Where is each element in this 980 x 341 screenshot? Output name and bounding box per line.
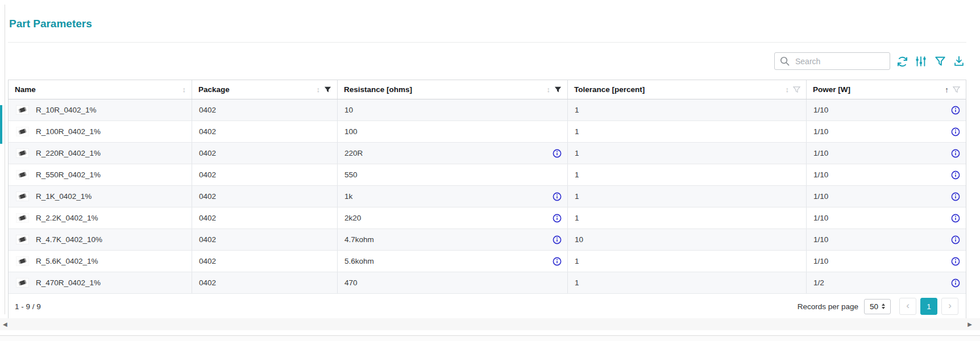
info-icon[interactable] bbox=[553, 149, 562, 158]
filter-funnel-icon[interactable] bbox=[324, 86, 331, 93]
info-icon[interactable] bbox=[951, 214, 960, 223]
power-value: 1/10 bbox=[813, 149, 828, 157]
info-icon[interactable] bbox=[553, 235, 562, 244]
sort-icon[interactable]: ↕ bbox=[317, 86, 321, 93]
package-cell: 0402 bbox=[192, 272, 338, 293]
table-row[interactable]: R_220R_0402_1% 0402 220R 1 1/10 bbox=[9, 143, 966, 164]
filter-funnel-icon[interactable] bbox=[554, 86, 562, 93]
table-row[interactable]: R_1K_0402_1% 0402 1k 1 1/10 bbox=[9, 186, 966, 207]
info-icon[interactable] bbox=[951, 106, 960, 115]
resistance-value: 2k20 bbox=[344, 214, 361, 222]
power-cell: 1/10 bbox=[807, 121, 966, 142]
power-value: 1/10 bbox=[813, 170, 828, 179]
column-header-package[interactable]: Package ↕ bbox=[192, 80, 338, 99]
table-row[interactable]: R_2.2K_0402_1% 0402 2k20 1 1/10 bbox=[9, 207, 966, 229]
table-panel: Name ↕ Package ↕ Resistance [ohms] ↕ bbox=[8, 80, 966, 319]
table-row[interactable]: R_5.6K_0402_1% 0402 5.6kohm 1 1/10 bbox=[9, 251, 966, 272]
filter-funnel-icon[interactable] bbox=[953, 86, 960, 93]
part-parameters-page: Part Parameters bbox=[0, 0, 980, 341]
tolerance-cell: 1 bbox=[568, 143, 807, 164]
table-row[interactable]: R_4.7K_0402_10% 0402 4.7kohm 10 1/10 bbox=[9, 229, 966, 251]
resistance-value: 220R bbox=[344, 149, 363, 157]
info-icon[interactable] bbox=[951, 257, 960, 266]
records-per-page-select[interactable]: 50 bbox=[864, 299, 891, 314]
part-thumbnail bbox=[16, 192, 28, 201]
column-label: Resistance [ohms] bbox=[344, 85, 412, 94]
column-settings-button[interactable] bbox=[913, 54, 928, 69]
tolerance-cell: 1 bbox=[568, 99, 807, 120]
package-cell: 0402 bbox=[192, 164, 338, 185]
sort-icon[interactable]: ↕ bbox=[786, 86, 790, 93]
tolerance-cell: 1 bbox=[568, 251, 807, 272]
sort-icon[interactable]: ↕ bbox=[547, 86, 551, 93]
column-label: Name bbox=[15, 85, 36, 94]
power-value: 1/10 bbox=[813, 106, 828, 114]
filter-button[interactable] bbox=[933, 54, 948, 69]
page-1-button[interactable]: 1 bbox=[920, 298, 937, 315]
resistance-value: 10 bbox=[344, 106, 353, 114]
resistor-chip-icon bbox=[18, 280, 26, 285]
download-icon bbox=[953, 55, 965, 68]
info-icon[interactable] bbox=[951, 278, 960, 288]
previous-page-button[interactable]: ‹ bbox=[899, 298, 916, 315]
resistance-value: 1k bbox=[344, 192, 352, 201]
search-input[interactable] bbox=[794, 56, 882, 66]
resistor-chip-icon bbox=[18, 236, 26, 242]
table-row[interactable]: R_10R_0402_1% 0402 10 1 1/10 bbox=[9, 99, 966, 121]
power-cell: 1/10 bbox=[807, 207, 966, 228]
scroll-right-arrow-icon[interactable]: ▶ bbox=[967, 318, 972, 330]
refresh-icon bbox=[896, 55, 909, 68]
power-cell: 1/10 bbox=[807, 99, 966, 120]
table-row[interactable]: R_470R_0402_1% 0402 470 1 1/2 bbox=[9, 272, 966, 294]
package-cell: 0402 bbox=[192, 121, 338, 142]
part-name: R_4.7K_0402_10% bbox=[36, 235, 102, 244]
info-icon[interactable] bbox=[951, 192, 960, 201]
column-header-name[interactable]: Name ↕ bbox=[9, 80, 192, 99]
tolerance-cell: 10 bbox=[568, 229, 807, 250]
sort-icon[interactable]: ↕ bbox=[182, 86, 186, 93]
column-header-power[interactable]: Power [W] ↑ bbox=[807, 80, 966, 99]
refresh-button[interactable] bbox=[895, 54, 910, 69]
column-header-resistance[interactable]: Resistance [ohms] ↕ bbox=[338, 80, 568, 99]
info-icon[interactable] bbox=[951, 127, 960, 136]
resistor-chip-icon bbox=[18, 193, 26, 199]
table-row[interactable]: R_550R_0402_1% 0402 550 1 1/10 bbox=[9, 164, 966, 186]
info-icon[interactable] bbox=[553, 192, 562, 201]
title-divider bbox=[8, 42, 966, 43]
info-icon[interactable] bbox=[553, 214, 562, 223]
horizontal-scrollbar[interactable]: ◀ ▶ bbox=[0, 318, 980, 330]
resistor-chip-icon bbox=[18, 128, 26, 134]
resistor-chip-icon bbox=[18, 107, 26, 113]
chevron-right-icon: › bbox=[948, 300, 952, 311]
resistance-cell: 100 bbox=[338, 121, 568, 142]
column-header-tolerance[interactable]: Tolerance [percent] ↕ bbox=[568, 80, 807, 99]
resistance-cell: 470 bbox=[338, 272, 568, 293]
info-icon[interactable] bbox=[553, 257, 562, 266]
part-thumbnail bbox=[16, 278, 28, 287]
search-box[interactable] bbox=[774, 52, 890, 70]
filter-funnel-icon[interactable] bbox=[793, 86, 800, 93]
resistor-chip-icon bbox=[18, 172, 26, 177]
package-cell: 0402 bbox=[192, 251, 338, 272]
download-button[interactable] bbox=[952, 54, 966, 69]
resistance-cell: 4.7kohm bbox=[338, 229, 568, 250]
table-header: Name ↕ Package ↕ Resistance [ohms] ↕ bbox=[9, 80, 966, 99]
table-row[interactable]: R_100R_0402_1% 0402 100 1 1/10 bbox=[9, 121, 966, 143]
resistance-cell: 5.6kohm bbox=[338, 251, 568, 272]
info-icon[interactable] bbox=[951, 149, 960, 158]
next-page-button[interactable]: › bbox=[941, 298, 958, 315]
part-name: R_100R_0402_1% bbox=[36, 127, 101, 136]
table-body: R_10R_0402_1% 0402 10 1 1/10 R_100R_0402… bbox=[9, 99, 966, 294]
left-accent-bar bbox=[0, 105, 2, 144]
power-value: 1/2 bbox=[813, 278, 824, 287]
scroll-left-arrow-icon[interactable]: ◀ bbox=[3, 318, 7, 330]
power-value: 1/10 bbox=[813, 235, 828, 244]
select-spinner-icon bbox=[882, 303, 885, 309]
left-border-line bbox=[5, 5, 5, 314]
tolerance-cell: 1 bbox=[568, 164, 807, 185]
part-thumbnail bbox=[16, 257, 28, 265]
info-icon[interactable] bbox=[951, 235, 960, 244]
sort-ascending-icon[interactable]: ↑ bbox=[945, 86, 949, 94]
tolerance-cell: 1 bbox=[568, 207, 807, 228]
info-icon[interactable] bbox=[951, 170, 960, 180]
